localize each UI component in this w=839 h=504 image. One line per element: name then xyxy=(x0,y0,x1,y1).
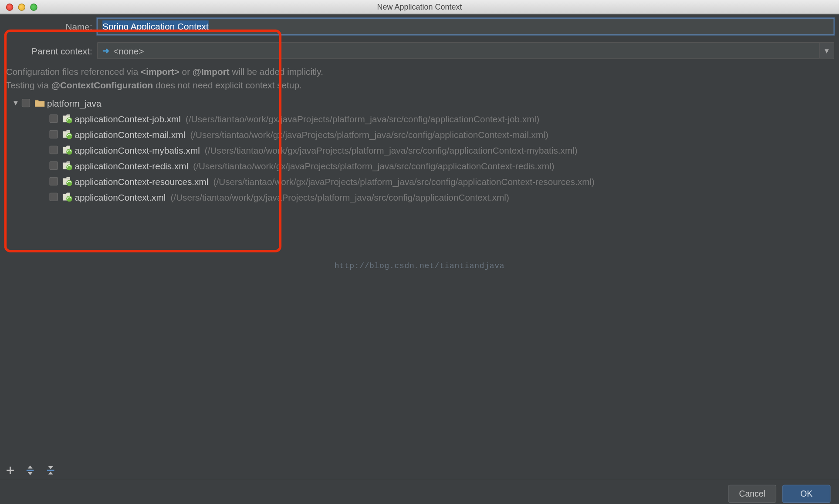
spring-config-icon xyxy=(63,192,72,202)
titlebar: New Application Context xyxy=(0,0,839,14)
name-row: Name: Spring Application Context xyxy=(0,14,839,38)
tree-item-name: applicationContext-mybatis.xml xyxy=(75,145,200,155)
tree-item-row[interactable]: applicationContext-mail.xml(/Users/tiant… xyxy=(3,127,835,142)
name-input-value: Spring Application Context xyxy=(102,20,208,32)
tree-root-row[interactable]: ▼ platform_java xyxy=(3,95,835,111)
watermark-text: http://blog.csdn.net/tiantiandjava xyxy=(0,261,839,270)
disclosure-triangle-icon[interactable]: ▼ xyxy=(12,99,20,107)
chevron-down-icon: ▾ xyxy=(825,46,829,55)
checkbox[interactable] xyxy=(49,146,58,154)
tree-item-name: applicationContext-resources.xml xyxy=(75,176,209,187)
checkbox[interactable] xyxy=(49,114,58,123)
cancel-button[interactable]: Cancel xyxy=(728,485,776,503)
help-line-1: Configuration files referenced via <impo… xyxy=(0,63,839,79)
checkbox[interactable] xyxy=(49,193,58,201)
collapse-all-icon xyxy=(46,465,55,475)
tree-root-label: platform_java xyxy=(47,98,101,108)
help-line-2: Testing via @ContextConfiguration does n… xyxy=(0,79,839,93)
tree-item-path: (/Users/tiantao/work/gx/javaProjects/pla… xyxy=(190,129,548,140)
dialog-button-row: Cancel OK xyxy=(0,479,839,504)
tree-item-row[interactable]: applicationContext.xml(/Users/tiantao/wo… xyxy=(3,189,835,205)
checkbox[interactable] xyxy=(49,177,58,185)
spring-config-icon xyxy=(63,114,72,124)
spring-config-icon xyxy=(63,129,72,139)
collapse-all-button[interactable] xyxy=(46,465,55,475)
plus-icon xyxy=(6,466,14,474)
name-label: Name: xyxy=(5,21,92,32)
parent-context-row: Parent context: ➜ <none> ▾ xyxy=(0,39,839,63)
tree-item-row[interactable]: applicationContext-resources.xml(/Users/… xyxy=(3,173,835,189)
tree-item-path: (/Users/tiantao/work/gx/javaProjects/pla… xyxy=(213,176,594,187)
config-file-tree: ▼ platform_java applicationContext-job.x… xyxy=(0,93,839,461)
combo-dropdown-button[interactable]: ▾ xyxy=(819,43,833,58)
svg-rect-13 xyxy=(27,470,34,471)
tree-item-path: (/Users/tiantao/work/gx/javaProjects/pla… xyxy=(193,161,554,171)
parent-context-label: Parent context: xyxy=(5,45,92,56)
expand-all-button[interactable] xyxy=(25,465,35,475)
tree-item-path: (/Users/tiantao/work/gx/javaProjects/pla… xyxy=(170,192,509,202)
tree-item-path: (/Users/tiantao/work/gx/javaProjects/pla… xyxy=(205,145,578,155)
spring-config-icon xyxy=(63,145,72,155)
expand-all-icon xyxy=(25,465,35,475)
tree-item-name: applicationContext-redis.xml xyxy=(75,161,189,171)
svg-rect-0 xyxy=(35,101,44,106)
folder-icon xyxy=(35,99,44,107)
tree-item-name: applicationContext-mail.xml xyxy=(75,129,186,140)
window-title: New Application Context xyxy=(0,3,839,12)
name-input[interactable]: Spring Application Context xyxy=(97,18,834,35)
spring-config-icon xyxy=(63,176,72,186)
parent-context-value: <none> xyxy=(113,45,144,56)
tree-item-row[interactable]: applicationContext-job.xml(/Users/tianta… xyxy=(3,111,835,127)
checkbox[interactable] xyxy=(49,130,58,138)
add-button[interactable] xyxy=(6,466,14,474)
arrow-right-icon: ➜ xyxy=(102,46,110,55)
checkbox[interactable] xyxy=(49,161,58,170)
checkbox[interactable] xyxy=(22,99,30,107)
ok-button[interactable]: OK xyxy=(782,485,831,503)
tree-item-row[interactable]: applicationContext-mybatis.xml(/Users/ti… xyxy=(3,142,835,158)
tree-item-row[interactable]: applicationContext-redis.xml(/Users/tian… xyxy=(3,158,835,174)
tree-item-name: applicationContext.xml xyxy=(75,192,166,202)
tree-item-name: applicationContext-job.xml xyxy=(75,114,181,124)
parent-context-combo[interactable]: ➜ <none> ▾ xyxy=(97,42,834,59)
svg-rect-14 xyxy=(47,470,54,471)
tree-item-path: (/Users/tiantao/work/gx/javaProjects/pla… xyxy=(186,114,539,124)
parent-context-value-area: ➜ <none> xyxy=(98,45,819,56)
spring-config-icon xyxy=(63,161,72,170)
dialog-content: Name: Spring Application Context Parent … xyxy=(0,14,839,504)
footer-toolbar xyxy=(0,461,839,480)
